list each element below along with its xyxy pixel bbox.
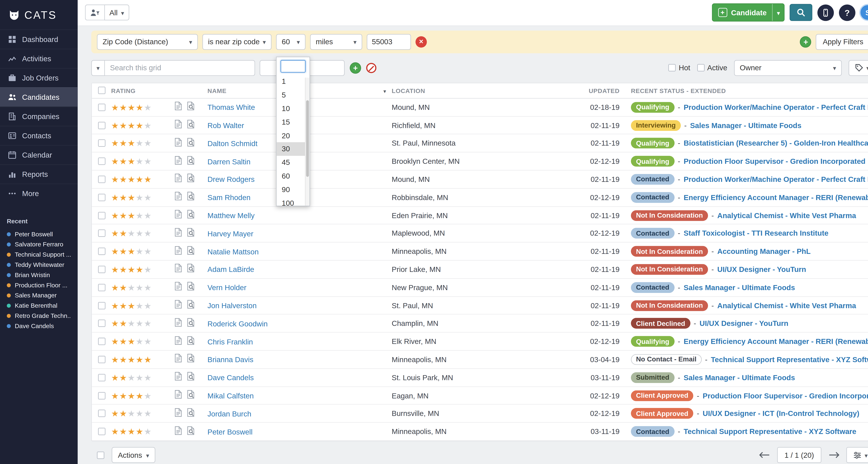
resume-icon[interactable] (175, 336, 182, 347)
star-icon[interactable]: ★ (144, 373, 152, 382)
resume-icon[interactable] (175, 372, 182, 383)
recent-item[interactable]: Technical Support ... (7, 250, 71, 260)
row-checkbox[interactable] (98, 212, 105, 219)
resume-icon[interactable] (175, 354, 182, 365)
status-detail-link[interactable]: Production Worker/Machine Operator - Per… (684, 103, 868, 111)
candidate-name-link[interactable]: Dave Candels (208, 374, 254, 382)
row-checkbox[interactable] (98, 320, 105, 327)
scope-select[interactable]: All (104, 5, 129, 21)
candidate-name-link[interactable]: Jordan Burch (208, 409, 251, 418)
star-icon[interactable]: ★ (119, 319, 127, 328)
filter-operator-select[interactable]: is near zip code (203, 34, 272, 49)
candidate-name-link[interactable]: Natalie Mattson (208, 247, 259, 256)
remove-filter-button[interactable] (415, 36, 427, 47)
star-icon[interactable]: ★ (127, 355, 135, 364)
star-icon[interactable]: ★ (144, 229, 152, 237)
star-icon[interactable]: ★ (127, 193, 135, 202)
star-icon[interactable]: ★ (144, 283, 152, 292)
add-search-term-button[interactable] (350, 62, 361, 74)
owner-select[interactable]: Owner (734, 60, 842, 76)
resume-icon[interactable] (175, 210, 182, 221)
candidate-name-link[interactable]: Vern Holder (208, 284, 246, 292)
active-filter[interactable]: Active (697, 64, 727, 72)
recent-item[interactable]: Salvatore Ferraro (7, 239, 71, 250)
star-icon[interactable]: ★ (127, 409, 135, 418)
star-icon[interactable]: ★ (111, 391, 119, 400)
star-icon[interactable]: ★ (127, 211, 135, 220)
star-icon[interactable]: ★ (119, 121, 127, 129)
resume-preview-icon[interactable] (187, 318, 195, 329)
recent-item[interactable]: Retro Grade Techn... (7, 310, 71, 321)
rating-stars[interactable]: ★★★★★ (111, 139, 175, 147)
add-filter-button[interactable] (800, 36, 811, 47)
row-checkbox[interactable] (98, 158, 105, 165)
resume-preview-icon[interactable] (187, 300, 195, 311)
candidate-name-link[interactable]: Matthew Melly (208, 211, 254, 220)
resume-icon[interactable] (175, 228, 182, 239)
resume-icon[interactable] (175, 192, 182, 203)
star-icon[interactable]: ★ (111, 427, 119, 436)
star-icon[interactable]: ★ (136, 103, 144, 111)
status-detail-link[interactable]: Production Floor Supervisor - Gredion In… (684, 157, 865, 166)
star-icon[interactable]: ★ (136, 283, 144, 292)
distance-option[interactable]: 20 (277, 129, 309, 142)
rating-stars[interactable]: ★★★★★ (111, 373, 175, 382)
resume-preview-icon[interactable] (187, 390, 195, 401)
sidebar-item-candidates[interactable]: Candidates (0, 87, 78, 106)
star-icon[interactable]: ★ (111, 301, 119, 310)
star-icon[interactable]: ★ (111, 283, 119, 292)
sidebar-item-companies[interactable]: Companies (0, 106, 78, 126)
resume-preview-icon[interactable] (187, 174, 195, 185)
star-icon[interactable]: ★ (144, 193, 152, 202)
star-icon[interactable]: ★ (144, 391, 152, 400)
row-checkbox[interactable] (98, 230, 105, 237)
distance-option[interactable]: 10 (277, 102, 309, 115)
rating-stars[interactable]: ★★★★★ (111, 301, 175, 310)
row-checkbox[interactable] (98, 428, 105, 435)
candidate-name-link[interactable]: Brianna Davis (208, 356, 253, 364)
star-icon[interactable]: ★ (111, 319, 119, 328)
resume-preview-icon[interactable] (187, 426, 195, 437)
resume-icon[interactable] (175, 101, 182, 113)
clear-search-button[interactable] (366, 63, 376, 73)
resume-icon[interactable] (175, 282, 182, 293)
star-icon[interactable]: ★ (144, 103, 152, 111)
header-location[interactable]: LOCATION (392, 87, 573, 94)
row-checkbox[interactable] (98, 139, 105, 147)
row-checkbox[interactable] (98, 104, 105, 111)
header-updated[interactable]: UPDATED (573, 87, 620, 94)
star-icon[interactable]: ★ (127, 103, 135, 111)
candidate-name-link[interactable]: Chris Franklin (208, 337, 253, 346)
star-icon[interactable]: ★ (119, 283, 127, 292)
star-icon[interactable]: ★ (136, 337, 144, 346)
star-icon[interactable]: ★ (127, 121, 135, 129)
status-detail-link[interactable]: Technical Support Representative - XYZ S… (711, 355, 868, 364)
rating-stars[interactable]: ★★★★★ (111, 121, 175, 129)
sort-descending-icon[interactable] (382, 87, 387, 94)
resume-preview-icon[interactable] (187, 246, 195, 257)
rating-stars[interactable]: ★★★★★ (111, 103, 175, 111)
row-checkbox[interactable] (98, 247, 105, 255)
status-detail-link[interactable]: Energy Efficiency Account Manager - RERI… (684, 337, 868, 346)
star-icon[interactable]: ★ (136, 409, 144, 418)
candidate-name-link[interactable]: Harvey Mayer (208, 229, 253, 238)
status-detail-link[interactable]: Energy Efficiency Account Manager - RERI… (684, 193, 868, 202)
rating-stars[interactable]: ★★★★★ (111, 211, 175, 220)
star-icon[interactable]: ★ (119, 229, 127, 237)
header-status[interactable]: RECENT STATUS - EXTENDED (620, 87, 868, 94)
star-icon[interactable]: ★ (111, 247, 119, 256)
star-icon[interactable]: ★ (127, 157, 135, 166)
grid-search-input[interactable] (105, 60, 255, 76)
sidebar-item-reports[interactable]: Reports (0, 164, 78, 184)
star-icon[interactable]: ★ (136, 229, 144, 237)
rating-stars[interactable]: ★★★★★ (111, 355, 175, 364)
distance-option[interactable]: 5 (277, 88, 309, 102)
search-button[interactable] (790, 4, 812, 21)
candidate-name-link[interactable]: Adam LaBirde (208, 265, 254, 274)
status-detail-link[interactable]: Sales Manager - Ultimate Foods (684, 373, 795, 382)
rating-stars[interactable]: ★★★★★ (111, 391, 175, 400)
star-icon[interactable]: ★ (127, 319, 135, 328)
star-icon[interactable]: ★ (136, 121, 144, 129)
star-icon[interactable]: ★ (127, 265, 135, 274)
star-icon[interactable]: ★ (127, 373, 135, 382)
